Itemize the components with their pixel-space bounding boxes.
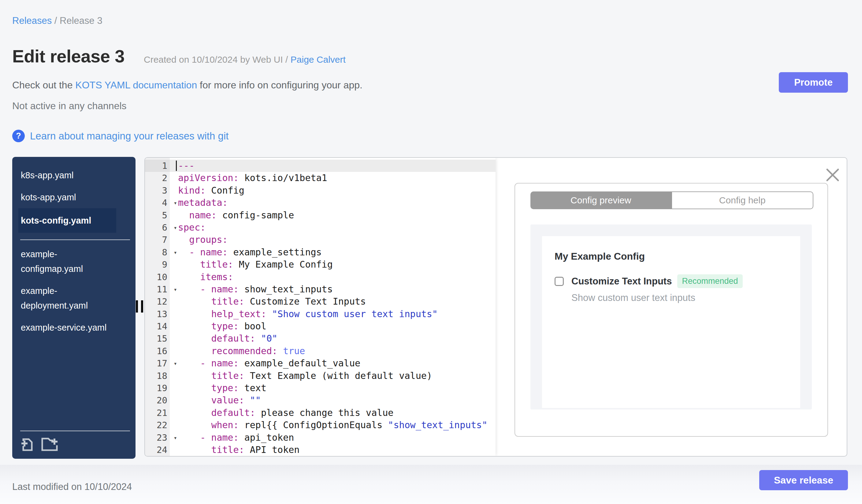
- recommended-badge: Recommended: [677, 274, 742, 288]
- tab-config-help[interactable]: Config help: [671, 191, 814, 209]
- line-number[interactable]: 24: [145, 444, 170, 456]
- line-number[interactable]: 15: [145, 332, 170, 345]
- code-text[interactable]: - name: api_token: [170, 432, 496, 444]
- line-number[interactable]: 8▾: [145, 246, 170, 258]
- code-line: 15 default: "0": [145, 332, 496, 345]
- breadcrumb-releases-link[interactable]: Releases: [12, 15, 52, 26]
- code-line: 22 when: repl{{ ConfigOptionEquals "show…: [145, 419, 496, 431]
- code-text[interactable]: when: repl{{ ConfigOptionEquals "show_te…: [170, 419, 496, 431]
- sidebar-file-item[interactable]: example-deployment.yaml: [12, 280, 113, 317]
- code-text[interactable]: - name: show_text_inputs: [170, 283, 496, 295]
- code-text[interactable]: name: config-sample: [170, 209, 496, 222]
- line-number[interactable]: 16: [145, 345, 170, 357]
- code-text[interactable]: title: Customize Text Inputs: [170, 295, 496, 308]
- code-text[interactable]: ---: [170, 160, 496, 172]
- code-line: 18 title: Text Example (with default val…: [145, 370, 496, 382]
- sidebar-file-item[interactable]: example-service.yaml: [12, 317, 113, 339]
- code-text[interactable]: recommended: true: [170, 345, 496, 357]
- line-number[interactable]: 19: [145, 382, 170, 394]
- code-line: 4▾metadata:: [145, 197, 496, 209]
- line-number[interactable]: 11▾: [145, 283, 170, 295]
- code-line: 10 items:: [145, 271, 496, 283]
- line-number[interactable]: 2: [145, 172, 170, 184]
- promote-button[interactable]: Promote: [779, 72, 848, 93]
- line-number[interactable]: 7: [145, 234, 170, 246]
- code-text[interactable]: default: "0": [170, 332, 496, 345]
- close-icon[interactable]: [825, 167, 840, 183]
- code-text[interactable]: type: password: [170, 456, 496, 456]
- code-line: 24 title: API token: [145, 444, 496, 456]
- sidebar-file-item[interactable]: example-configmap.yaml: [12, 243, 113, 280]
- file-sidebar: k8s-app.yamlkots-app.yamlkots-config.yam…: [12, 157, 135, 459]
- config-preview-panel: Config previewConfig help My Example Con…: [514, 183, 828, 437]
- sidebar-file-item[interactable]: k8s-app.yaml: [12, 164, 113, 186]
- line-number[interactable]: 20: [145, 394, 170, 407]
- preview-card: My Example Config Customize Text Inputs …: [542, 236, 800, 408]
- line-number[interactable]: 25: [145, 456, 170, 456]
- line-number[interactable]: 6▾: [145, 222, 170, 234]
- save-release-button[interactable]: Save release: [759, 470, 848, 490]
- code-text[interactable]: type: text: [170, 382, 496, 394]
- code-line: 9 title: My Example Config: [145, 258, 496, 271]
- line-number[interactable]: 1: [145, 160, 170, 172]
- code-text[interactable]: default: please change this value: [170, 407, 496, 419]
- breadcrumb: Releases / Release 3: [12, 15, 103, 26]
- code-text[interactable]: value: "": [170, 394, 496, 407]
- code-text[interactable]: title: API token: [170, 444, 496, 456]
- code-text[interactable]: title: My Example Config: [170, 258, 496, 271]
- page-title: Edit release 3: [12, 46, 125, 66]
- line-number[interactable]: 17▾: [145, 357, 170, 369]
- sidebar-divider: [20, 239, 130, 240]
- line-number[interactable]: 5: [145, 209, 170, 222]
- code-line: 3kind: Config: [145, 184, 496, 197]
- line-number[interactable]: 21: [145, 407, 170, 419]
- sidebar-resize-handle[interactable]: [136, 300, 143, 313]
- new-folder-icon[interactable]: [41, 437, 59, 452]
- code-line: 23▾ - name: api_token: [145, 432, 496, 444]
- code-rows: 1---2apiVersion: kots.io/v1beta13kind: C…: [145, 160, 496, 456]
- code-text[interactable]: spec:: [170, 222, 496, 234]
- code-text[interactable]: title: Text Example (with default value): [170, 370, 496, 382]
- sidebar-file-item[interactable]: kots-app.yaml: [12, 186, 113, 208]
- code-line: 16 recommended: true: [145, 345, 496, 357]
- new-file-icon[interactable]: [20, 437, 34, 452]
- sidebar-file-item[interactable]: kots-config.yaml: [18, 208, 116, 233]
- code-line: 25 type: password: [145, 456, 496, 456]
- code-text[interactable]: - name: example_settings: [170, 246, 496, 258]
- code-text[interactable]: items:: [170, 271, 496, 283]
- code-text[interactable]: help_text: "Show custom user text inputs…: [170, 308, 496, 320]
- config-item-help: Show custom user text inputs: [571, 292, 800, 303]
- line-number[interactable]: 22: [145, 419, 170, 431]
- code-text[interactable]: kind: Config: [170, 184, 496, 197]
- line-number[interactable]: 18: [145, 370, 170, 382]
- line-number[interactable]: 14: [145, 320, 170, 332]
- tab-config-preview[interactable]: Config preview: [531, 191, 671, 209]
- code-line: 13 help_text: "Show custom user text inp…: [145, 308, 496, 320]
- code-line: 7 groups:: [145, 234, 496, 246]
- yaml-editor[interactable]: 1---2apiVersion: kots.io/v1beta13kind: C…: [145, 158, 496, 456]
- code-line: 1---: [145, 160, 496, 172]
- code-text[interactable]: metadata:: [170, 197, 496, 209]
- code-line: 14 type: bool: [145, 320, 496, 332]
- line-number[interactable]: 23▾: [145, 432, 170, 444]
- line-number[interactable]: 9: [145, 258, 170, 271]
- code-text[interactable]: - name: example_default_value: [170, 357, 496, 369]
- line-number[interactable]: 12: [145, 295, 170, 308]
- code-text[interactable]: apiVersion: kots.io/v1beta1: [170, 172, 496, 184]
- created-text: Created on 10/10/2024 by Web UI /: [144, 54, 291, 65]
- kots-yaml-doc-link[interactable]: KOTS YAML documentation: [75, 80, 197, 91]
- created-author-link[interactable]: Paige Calvert: [291, 54, 346, 65]
- line-number[interactable]: 3: [145, 184, 170, 197]
- line-number[interactable]: 13: [145, 308, 170, 320]
- code-line: 2apiVersion: kots.io/v1beta1: [145, 172, 496, 184]
- line-number[interactable]: 4▾: [145, 197, 170, 209]
- line-number[interactable]: 10: [145, 271, 170, 283]
- customize-text-inputs-checkbox[interactable]: [554, 277, 564, 286]
- code-text[interactable]: groups:: [170, 234, 496, 246]
- git-releases-link[interactable]: Learn about managing your releases with …: [30, 130, 228, 142]
- preview-tabs: Config previewConfig help: [531, 191, 813, 209]
- code-line: 6▾spec:: [145, 222, 496, 234]
- code-text[interactable]: type: bool: [170, 320, 496, 332]
- editor-card: 1---2apiVersion: kots.io/v1beta13kind: C…: [144, 157, 847, 456]
- created-info: Created on 10/10/2024 by Web UI / Paige …: [144, 54, 346, 65]
